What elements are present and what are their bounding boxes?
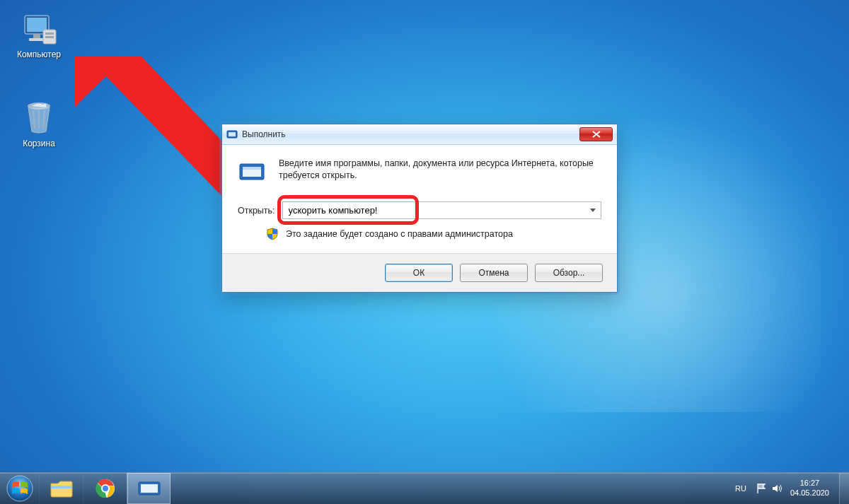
open-input[interactable] — [283, 202, 585, 218]
open-combobox[interactable] — [282, 201, 601, 219]
run-icon — [238, 158, 266, 186]
system-tray: RU 16:27 04.05.2020 — [728, 473, 849, 504]
clock-time: 16:27 — [790, 479, 829, 488]
desktop[interactable]: Компьютер Корзина Выполнить — [0, 0, 849, 504]
dialog-title: Выполнить — [242, 129, 579, 139]
svg-rect-19 — [141, 484, 158, 493]
titlebar[interactable]: Выполнить — [222, 124, 617, 145]
speaker-icon — [771, 483, 782, 494]
tray-volume-icon[interactable] — [769, 483, 785, 494]
taskbar-chrome[interactable] — [83, 473, 127, 504]
svg-rect-10 — [229, 132, 236, 136]
close-icon — [592, 131, 601, 138]
run-sysicon — [226, 129, 238, 140]
flag-icon — [756, 483, 767, 494]
start-button[interactable] — [0, 473, 39, 504]
language-indicator[interactable]: RU — [728, 484, 753, 493]
clock-date: 04.05.2020 — [790, 488, 829, 498]
taskbar-clock[interactable]: 16:27 04.05.2020 — [785, 479, 839, 498]
taskbar: RU 16:27 04.05.2020 — [0, 472, 849, 504]
chrome-icon — [95, 478, 116, 499]
uac-shield-icon — [266, 228, 279, 240]
svg-point-14 — [7, 476, 33, 501]
svg-rect-3 — [29, 38, 45, 41]
taskbar-explorer[interactable] — [39, 473, 83, 504]
run-taskbar-icon — [137, 479, 161, 498]
recycle-bin-icon — [22, 99, 56, 136]
desktop-icon-recycle-bin[interactable]: Корзина — [11, 99, 67, 148]
desktop-icon-label: Компьютер — [11, 49, 67, 59]
desktop-icon-label: Корзина — [11, 139, 67, 148]
run-dialog: Выполнить Введите имя программы, папки, … — [221, 124, 618, 293]
show-desktop-button[interactable] — [839, 473, 849, 504]
tray-action-center-icon[interactable] — [753, 483, 769, 494]
svg-rect-13 — [243, 167, 261, 170]
open-label: Открыть: — [238, 206, 275, 216]
svg-rect-5 — [45, 33, 54, 35]
svg-rect-15 — [51, 486, 72, 488]
dialog-description: Введите имя программы, папки, документа … — [279, 158, 601, 186]
dialog-button-row: ОК Отмена Обзор... — [222, 253, 617, 292]
svg-rect-2 — [33, 34, 40, 38]
close-button[interactable] — [579, 127, 613, 141]
svg-point-17 — [102, 485, 109, 492]
admin-note: Это задание будет создано с правами адми… — [286, 229, 513, 239]
cancel-button[interactable]: Отмена — [460, 264, 528, 282]
computer-icon — [21, 13, 57, 47]
windows-start-icon — [6, 474, 34, 503]
taskbar-run[interactable] — [127, 473, 171, 504]
desktop-icon-computer[interactable]: Компьютер — [11, 13, 67, 59]
browse-button[interactable]: Обзор... — [535, 264, 603, 282]
file-explorer-icon — [50, 479, 74, 498]
chevron-down-icon — [590, 209, 596, 212]
ok-button[interactable]: ОК — [385, 264, 453, 282]
dropdown-button[interactable] — [585, 202, 601, 218]
svg-rect-6 — [45, 36, 54, 38]
